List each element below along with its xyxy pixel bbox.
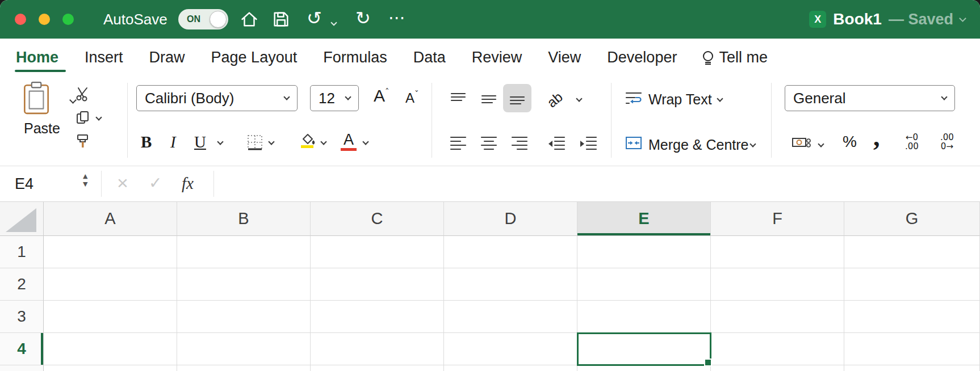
align-top-button[interactable] [449, 91, 468, 110]
cell-D2[interactable] [444, 268, 577, 301]
cell-A1[interactable] [44, 236, 177, 268]
increase-indent-button[interactable] [579, 135, 598, 154]
merge-centre-button[interactable] [625, 135, 643, 153]
fill-color-button[interactable] [299, 132, 316, 149]
cell-F3[interactable] [711, 301, 844, 333]
align-right-button[interactable] [510, 135, 529, 154]
name-box-stepper[interactable]: ▲ ▼ [83, 173, 87, 188]
cell-partial[interactable] [444, 365, 577, 371]
tab-home[interactable]: Home [15, 39, 72, 76]
cell-E3[interactable] [577, 301, 711, 333]
cell-C2[interactable] [311, 268, 444, 301]
italic-button[interactable]: I [170, 132, 176, 152]
copy-button[interactable] [75, 109, 101, 126]
row-header-2[interactable]: 2 [0, 268, 44, 301]
minimize-button[interactable] [39, 14, 50, 25]
increase-decimal-button[interactable]: ←0 .00 [905, 133, 919, 151]
cell-C3[interactable] [311, 301, 444, 333]
confirm-entry-icon[interactable]: ✓ [149, 166, 162, 200]
cell-E1[interactable] [577, 236, 711, 268]
accounting-format-button[interactable] [791, 135, 812, 152]
merge-centre-label[interactable]: Merge & Centre [648, 136, 748, 153]
autosave-toggle[interactable]: ON [178, 9, 228, 29]
tab-tell-me[interactable]: Tell me [690, 39, 781, 76]
accounting-chevron-icon[interactable] [818, 141, 824, 147]
cell-E2[interactable] [577, 268, 711, 301]
cell-partial[interactable] [711, 365, 844, 371]
cell-B3[interactable] [177, 301, 311, 333]
tab-data[interactable]: Data [400, 39, 459, 76]
align-left-button[interactable] [449, 135, 468, 154]
wrap-text-label[interactable]: Wrap Text [648, 91, 712, 108]
close-button[interactable] [15, 14, 26, 25]
home-icon[interactable] [240, 10, 259, 31]
cell-F2[interactable] [711, 268, 844, 301]
cell-D4[interactable] [444, 333, 577, 365]
column-header-D[interactable]: D [444, 202, 577, 236]
stepper-up-icon[interactable]: ▲ [83, 173, 87, 180]
fill-color-chevron-icon[interactable] [320, 138, 326, 145]
save-icon[interactable] [271, 10, 291, 31]
align-center-button[interactable] [479, 135, 499, 154]
percent-style-button[interactable]: % [843, 130, 857, 153]
cut-button[interactable] [75, 85, 101, 102]
font-size-select[interactable]: 12 [310, 85, 359, 111]
number-format-select[interactable]: General [785, 85, 955, 111]
cell-A2[interactable] [44, 268, 177, 301]
font-color-chevron-icon[interactable] [362, 138, 368, 145]
zoom-button[interactable] [62, 14, 74, 25]
cell-A4[interactable] [44, 333, 177, 365]
cell-partial[interactable] [44, 365, 177, 371]
font-name-select[interactable]: Calibri (Body) [136, 85, 298, 111]
grow-font-button[interactable]: Aˆ [374, 86, 390, 106]
comma-style-button[interactable]: , [873, 123, 880, 152]
tab-insert[interactable]: Insert [72, 39, 136, 76]
tab-developer[interactable]: Developer [594, 39, 690, 76]
document-title-area[interactable]: X Book1 — Saved [809, 0, 965, 39]
decrease-decimal-button[interactable]: .00 0→ [940, 133, 954, 151]
decrease-indent-button[interactable] [547, 135, 567, 154]
paste-button[interactable]: Paste [20, 81, 83, 137]
wrap-text-chevron-icon[interactable] [717, 95, 723, 102]
cell-D3[interactable] [444, 301, 577, 333]
formula-input[interactable] [224, 170, 974, 198]
row-header-partial[interactable] [0, 365, 44, 371]
borders-button[interactable] [246, 134, 263, 153]
tab-review[interactable]: Review [459, 39, 535, 76]
cell-F1[interactable] [711, 236, 844, 268]
redo-icon[interactable]: ↻ [355, 8, 371, 28]
cell-B4[interactable] [177, 333, 311, 365]
cell-A3[interactable] [44, 301, 177, 333]
orientation-button[interactable]: ab [545, 87, 570, 110]
align-bottom-button[interactable] [503, 84, 531, 112]
format-painter-button[interactable] [75, 133, 101, 150]
cell-G1[interactable] [844, 236, 980, 268]
wrap-text-button[interactable] [625, 90, 643, 109]
borders-chevron-icon[interactable] [268, 138, 274, 145]
font-color-button[interactable]: A [341, 132, 357, 151]
select-all-corner[interactable] [0, 202, 44, 236]
stepper-down-icon[interactable]: ▼ [83, 181, 87, 188]
cancel-entry-icon[interactable]: × [117, 166, 128, 200]
row-header-3[interactable]: 3 [0, 301, 44, 333]
name-box[interactable]: E4 [15, 166, 33, 201]
tab-draw[interactable]: Draw [136, 39, 198, 76]
cell-G4[interactable] [844, 333, 980, 365]
undo-icon[interactable]: ↺ [307, 8, 322, 28]
column-header-C[interactable]: C [311, 202, 444, 236]
column-header-B[interactable]: B [177, 202, 311, 236]
cell-C1[interactable] [311, 236, 444, 268]
column-header-F[interactable]: F [711, 202, 844, 236]
align-middle-button[interactable] [479, 91, 499, 110]
column-header-A[interactable]: A [44, 202, 177, 236]
cell-partial[interactable] [311, 365, 444, 371]
undo-chevron-icon[interactable] [332, 17, 336, 27]
orientation-chevron-icon[interactable] [576, 95, 582, 102]
tab-formulas[interactable]: Formulas [310, 39, 400, 76]
merge-centre-chevron-icon[interactable] [749, 141, 756, 147]
row-header-4[interactable]: 4 [0, 333, 44, 365]
tab-view[interactable]: View [535, 39, 594, 76]
cell-partial[interactable] [177, 365, 311, 371]
cell-C4[interactable] [311, 333, 444, 365]
underline-chevron-icon[interactable] [217, 138, 223, 145]
